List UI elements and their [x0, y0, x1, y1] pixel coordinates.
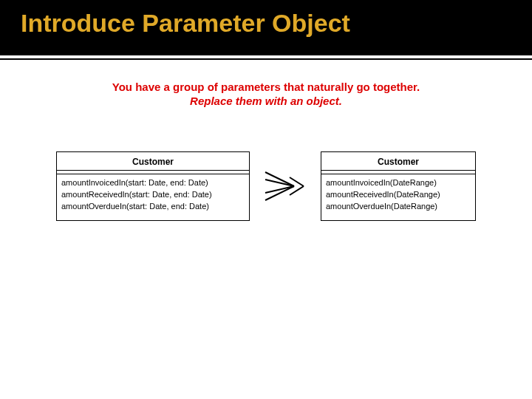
header-bar: Introduce Parameter Object	[0, 0, 532, 55]
svg-line-3	[265, 186, 294, 193]
uml-class-name-after: Customer	[321, 152, 475, 171]
uml-method: amountOverdueIn(DateRange)	[326, 201, 471, 213]
problem-statement: You have a group of parameters that natu…	[30, 81, 502, 93]
uml-method: amountInvoicedIn(DateRange)	[326, 177, 471, 189]
uml-method: amountReceivedIn(DateRange)	[326, 189, 471, 201]
content-area: You have a group of parameters that natu…	[0, 60, 532, 221]
diagram-row: Customer amountInvoicedIn(start: Date, e…	[30, 151, 502, 221]
uml-method: amountInvoicedIn(start: Date, end: Date)	[61, 177, 245, 189]
arrow-icon	[263, 164, 307, 208]
solution-statement: Replace them with an object.	[30, 95, 502, 107]
svg-line-0	[265, 172, 294, 186]
uml-methods-after: amountInvoicedIn(DateRange) amountReceiv…	[321, 174, 475, 220]
uml-class-before: Customer amountInvoicedIn(start: Date, e…	[56, 151, 250, 221]
svg-line-2	[265, 180, 294, 186]
uml-methods-before: amountInvoicedIn(start: Date, end: Date)…	[57, 174, 249, 220]
uml-method: amountReceivedIn(start: Date, end: Date)	[61, 189, 245, 201]
svg-line-1	[265, 186, 294, 200]
uml-class-name-before: Customer	[57, 152, 249, 171]
uml-class-after: Customer amountInvoicedIn(DateRange) amo…	[321, 151, 476, 221]
uml-method: amountOverdueIn(start: Date, end: Date)	[61, 201, 245, 213]
slide-title: Introduce Parameter Object	[21, 9, 532, 38]
